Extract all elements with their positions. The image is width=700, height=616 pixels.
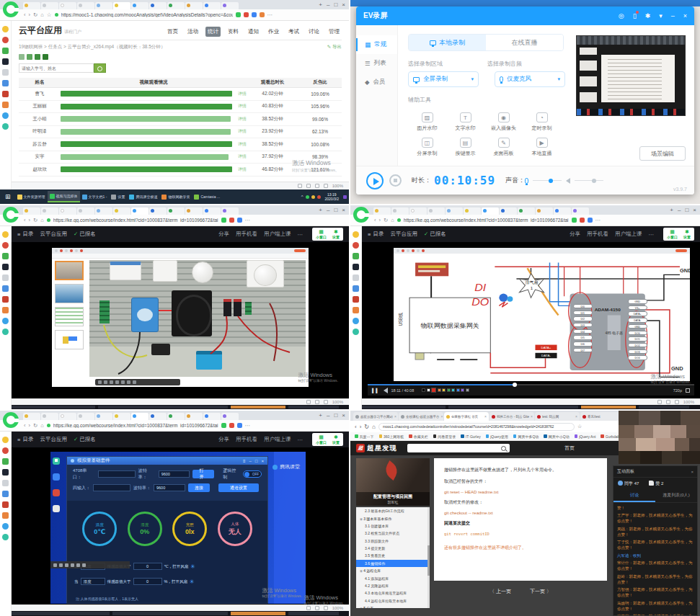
toc-item[interactable]: 3.6 撤销操作 bbox=[356, 560, 430, 567]
video-controls[interactable]: ▌▌ 18:11 / 40:08 720p bbox=[368, 385, 694, 396]
dock-app-icon[interactable] bbox=[2, 307, 9, 313]
small-window-button[interactable]: ▦小窗口 bbox=[316, 434, 327, 445]
browser-tab[interactable] bbox=[500, 207, 517, 215]
close-icon[interactable]: × bbox=[683, 12, 687, 19]
nav-item[interactable]: 资料 bbox=[226, 27, 241, 37]
forward-icon[interactable]: › bbox=[379, 217, 381, 223]
browser-tab[interactable] bbox=[221, 2, 239, 9]
tool-button[interactable]: ▤按键显示 bbox=[446, 138, 484, 157]
back-icon[interactable]: ‹ bbox=[24, 12, 26, 18]
phone-icon[interactable]: ▯ bbox=[633, 12, 637, 19]
browser-tab[interactable] bbox=[77, 413, 94, 420]
taskbar-item[interactable]: 视频与流媒体 bbox=[48, 191, 80, 202]
refresh-icon[interactable]: ↻ bbox=[33, 12, 37, 18]
dropdown-icon[interactable]: ▾ bbox=[659, 12, 663, 19]
extension-icon[interactable] bbox=[588, 218, 593, 223]
dock-app-icon[interactable] bbox=[353, 264, 359, 270]
tab-online-live[interactable]: 在线直播 bbox=[486, 35, 563, 50]
share-button[interactable]: 分享 bbox=[218, 231, 229, 238]
minimize-icon[interactable]: – bbox=[249, 459, 252, 463]
tool-button[interactable]: ▶本地直播 bbox=[523, 138, 561, 157]
bookmark-item[interactable]: jQuery使用 bbox=[486, 434, 508, 439]
toc-scrollbar[interactable] bbox=[427, 507, 430, 608]
extension-icon[interactable] bbox=[236, 12, 241, 17]
home-icon[interactable]: ⌂ bbox=[40, 12, 44, 18]
toc-item[interactable]: 4 远程仓库 bbox=[356, 567, 430, 574]
detail-link[interactable]: 详情 bbox=[238, 91, 247, 97]
course-card[interactable]: 配置管理与项目回溯 郭军红 bbox=[356, 458, 430, 506]
status-icon[interactable] bbox=[675, 400, 679, 404]
dock-app-icon[interactable] bbox=[2, 285, 9, 292]
small-window-button[interactable]: ▦小窗口 bbox=[667, 228, 678, 240]
close-icon[interactable]: × bbox=[342, 207, 345, 213]
fullscreen-icon[interactable] bbox=[686, 388, 690, 393]
nav-item[interactable]: 讨论 bbox=[306, 27, 322, 37]
browser-tab[interactable] bbox=[427, 207, 445, 215]
browser-tab[interactable] bbox=[113, 413, 130, 420]
tab-local-record[interactable]: 本地录制 bbox=[409, 35, 486, 50]
dock-app-icon[interactable] bbox=[2, 534, 9, 540]
bookmark-item[interactable]: IT·Gurley bbox=[461, 434, 480, 439]
scene-edit-button[interactable]: 场景编辑 bbox=[639, 146, 686, 161]
tab-mic-list[interactable]: 连麦列表(0人) bbox=[655, 490, 697, 502]
baud-input[interactable]: 9600 bbox=[154, 484, 185, 491]
maximize-icon[interactable]: □ bbox=[255, 459, 258, 463]
extension-icon[interactable] bbox=[229, 423, 234, 428]
toc-item[interactable]: 3 版本库基本操作 bbox=[356, 514, 430, 522]
stop-record-button[interactable] bbox=[389, 174, 402, 187]
zoom-level[interactable]: 100% bbox=[332, 606, 343, 610]
start-button-icon[interactable]: ⊞ bbox=[5, 193, 11, 200]
baud-input[interactable]: 9600 bbox=[159, 470, 190, 478]
threshold-input[interactable]: 0 bbox=[133, 563, 162, 570]
minimize-icon[interactable]: – bbox=[671, 12, 675, 19]
dock-app-icon[interactable] bbox=[2, 318, 9, 324]
video-player[interactable]: 激活 Windows转到“设置”以激活 Windows。 bbox=[12, 242, 349, 398]
bookmark-icon[interactable]: ☆ bbox=[577, 424, 582, 429]
dock-app-icon[interactable] bbox=[2, 469, 9, 476]
mic-volume-slider[interactable] bbox=[533, 180, 562, 181]
tool-button[interactable]: ◫分屏录制 bbox=[408, 138, 446, 157]
dock-app-icon[interactable] bbox=[353, 318, 359, 324]
dock-app-icon[interactable] bbox=[353, 307, 359, 313]
toc-item[interactable]: 4.3 本地仓库推送至远程库 bbox=[356, 589, 430, 597]
browser-tab[interactable] bbox=[203, 207, 221, 215]
taskbar-item[interactable]: 文字文档1 - bbox=[80, 191, 110, 202]
zoom-level[interactable]: 100% bbox=[332, 400, 343, 404]
close-icon[interactable]: × bbox=[261, 459, 264, 463]
dock-app-icon[interactable] bbox=[2, 80, 9, 86]
dock-app-icon[interactable] bbox=[2, 501, 9, 508]
dock-app-icon[interactable] bbox=[2, 296, 9, 303]
maximize-icon[interactable]: □ bbox=[334, 2, 337, 8]
menu-icon[interactable]: ⋯ bbox=[245, 217, 251, 223]
browser-tab[interactable] bbox=[167, 413, 185, 420]
client-app-button[interactable]: 用户端上课 bbox=[264, 436, 291, 443]
extension-icon[interactable] bbox=[260, 12, 265, 17]
settings-button[interactable]: ✱设置 bbox=[683, 228, 691, 240]
browser-tab[interactable] bbox=[149, 2, 167, 9]
status-icon[interactable] bbox=[324, 606, 328, 610]
browser-tab[interactable] bbox=[59, 207, 76, 215]
tool-button[interactable]: ◉嵌入摄像头 bbox=[484, 112, 523, 132]
taskbar-clock[interactable]: 13:192020/3/2 bbox=[325, 192, 339, 201]
pause-icon[interactable]: ▌▌ bbox=[372, 388, 380, 393]
toc-item[interactable]: 4.2 克隆远程库 bbox=[356, 582, 430, 589]
minimize-icon[interactable]: – bbox=[327, 207, 329, 213]
bookmark-item[interactable]: 收藏夹栏 bbox=[409, 434, 428, 439]
toc-item[interactable]: 2.3 最基本的Git工作流程 bbox=[356, 507, 430, 514]
dock-app-icon[interactable] bbox=[2, 523, 9, 530]
toc-button[interactable]: ≡目录 bbox=[368, 231, 384, 238]
toc-item[interactable]: 3.3 跟踪新文件 bbox=[356, 537, 430, 545]
tool-button[interactable]: ◔定时录制 bbox=[523, 112, 561, 132]
threshold-input[interactable]: 0 bbox=[133, 578, 162, 585]
taskbar-item[interactable]: 文件资源管理 bbox=[15, 191, 48, 202]
forward-icon[interactable]: › bbox=[360, 424, 362, 430]
browser-tab[interactable] bbox=[446, 207, 463, 215]
video-player[interactable]: 腾讯课堂 模拟量基础套件 ≡ – □ × 4708串口： bbox=[12, 447, 349, 607]
tab-close-icon[interactable]: × bbox=[394, 414, 396, 419]
taskbar-item[interactable]: 设置 bbox=[109, 191, 127, 202]
tab-close-icon[interactable]: × bbox=[531, 414, 533, 419]
toc-item[interactable]: 3.2 检查当前文件状态 bbox=[356, 530, 430, 537]
browser-tab[interactable] bbox=[95, 2, 112, 9]
dock-app-icon[interactable] bbox=[2, 69, 9, 76]
sensor-select[interactable]: 湿度 bbox=[81, 578, 105, 585]
